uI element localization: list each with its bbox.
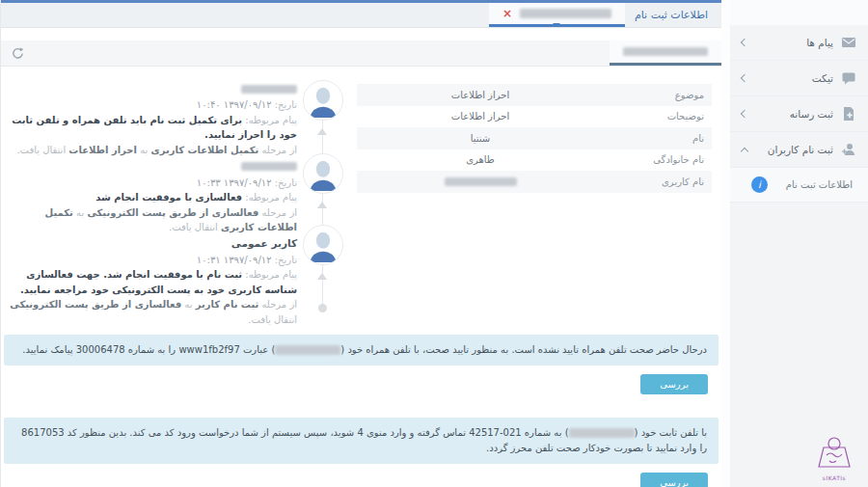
message-body: پیام مربوطه: ثبت نام با موفقیت انجام شد.… [7, 267, 297, 297]
notification-mobile-verify: درحال حاضر صحت تلفن همراه تایید نشده است… [4, 335, 719, 365]
table-row: نام شنتیا [357, 127, 712, 149]
sidebar-header-space [730, 0, 868, 25]
timeline-message: تاریخ: ۱۳۹۷/۰۹/۱۲ ۱۰:۳۳ پیام مربوطه: فعا… [7, 157, 297, 234]
tab-bar: اطلاعات ثبت نام × [1, 3, 721, 28]
sidebar-empty-space [730, 203, 868, 436]
info-badge: i [751, 176, 768, 193]
close-icon[interactable]: × [502, 8, 512, 19]
sidebar-item-label: تیکت [747, 72, 833, 84]
detail-value: احراز اطلاعات [357, 111, 604, 122]
avatar [303, 225, 343, 265]
arrow-up-icon [317, 273, 327, 280]
message-date-line: تاریخ: ۱۳۹۷/۰۹/۱۲ ۱۰:۳۳ [7, 176, 297, 191]
avatar [303, 80, 343, 121]
detail-label: موضوع [604, 90, 712, 100]
detail-value [357, 176, 604, 187]
sidebar-subitem-label: اطلاعات ثبت نام [768, 179, 853, 190]
message-author [7, 80, 297, 95]
message-body: پیام مربوطه: برای تکمیل ثبت نام باید تلف… [7, 113, 297, 143]
content-area: اطلاعات ثبت نام × [0, 0, 721, 487]
timeline-rail [301, 80, 343, 321]
timeline-end-dot [318, 304, 327, 312]
header-gap [1, 28, 721, 41]
redacted-mobile-number [275, 345, 340, 355]
detail-value: طاهری [357, 154, 604, 165]
avatar [303, 153, 343, 194]
registration-details-table: موضوع احراز اطلاعات توضیحات احراز اطلاعا… [353, 76, 721, 335]
brand-watermark: sIKATIs [812, 436, 856, 481]
sidebar-item-messages[interactable]: پیام ها [730, 25, 868, 61]
table-row: موضوع احراز اطلاعات [357, 84, 712, 106]
mobile-verify-actions: بررسی [1, 365, 721, 401]
content-sidebar-gutter [721, 0, 730, 487]
history-timeline: تاریخ: ۱۳۹۷/۰۹/۱۲ ۱۰:۴۰ پیام مربوطه: برا… [1, 76, 353, 335]
message-body: پیام مربوطه: فعالسازی با موفقیت انجام شد [7, 190, 297, 205]
section-gap [1, 401, 721, 418]
envelope-icon [841, 35, 856, 50]
message-author [7, 157, 297, 173]
record-tab-active[interactable]: × [489, 3, 625, 27]
check-mobile-button[interactable]: بررسی [640, 374, 708, 394]
message-date-line: تاریخ: ۱۳۹۷/۰۹/۱۲ ۱۰:۴۰ [7, 97, 297, 113]
notification-landline-verify: با تلفن ثابت خود () به شماره 021-42517 ت… [4, 418, 719, 464]
media-register-icon [841, 106, 856, 122]
message-stage-line: از مرحله ثبت نام کاربر به فعالسازی از طر… [7, 297, 297, 327]
sidebar-item-label: پیام ها [747, 37, 833, 48]
redacted-subtab-label [623, 47, 708, 56]
main-panel: موضوع احراز اطلاعات توضیحات احراز اطلاعا… [1, 67, 721, 487]
detail-value: شنتیا [357, 133, 604, 144]
redacted-author-name [241, 162, 297, 171]
redacted-tab-label [520, 9, 611, 18]
record-subtab-active[interactable] [610, 41, 721, 66]
app-window: پیام ها تیکت ثبت رسانه [0, 0, 868, 487]
message-date-line: تاریخ: ۱۳۹۷/۰۹/۱۲ ۱۰:۳۱ [7, 253, 297, 268]
redacted-username [445, 177, 517, 186]
notification-text: درحال حاضر صحت تلفن همراه تایید نشده است… [340, 344, 707, 355]
table-row: نام خانوادگی طاهری [357, 149, 712, 172]
sidebar-subitem-registration-info[interactable]: اطلاعات ثبت نام i [730, 168, 868, 203]
timeline-message: تاریخ: ۱۳۹۷/۰۹/۱۲ ۱۰:۴۰ پیام مربوطه: برا… [7, 80, 297, 157]
record-overview: موضوع احراز اطلاعات توضیحات احراز اطلاعا… [1, 76, 721, 335]
sidebar-item-label: ثبت نام کاربران [747, 144, 833, 155]
timeline-message: کاربر عمومی تاریخ: ۱۳۹۷/۰۹/۱۲ ۱۰:۳۱ پیام… [7, 235, 297, 328]
redacted-landline-number [569, 428, 635, 438]
message-stage-line: از مرحله فعالسازی از طریق پست الکترونیکی… [7, 205, 297, 235]
arrow-up-icon [317, 128, 327, 135]
chat-icon [841, 70, 856, 86]
brand-watermark-logo [814, 436, 854, 471]
page-title: اطلاعات ثبت نام [625, 3, 718, 27]
detail-label: نام [604, 133, 712, 144]
record-toolbar [1, 41, 721, 67]
refresh-button[interactable] [1, 41, 34, 66]
user-plus-icon [841, 142, 856, 157]
toolbar-spacer [34, 41, 610, 66]
arrow-up-icon [317, 202, 327, 208]
detail-label: توضیحات [604, 111, 712, 122]
detail-value: احراز اطلاعات [357, 90, 604, 100]
redacted-author-name [241, 85, 297, 94]
notification-text: ) عبارت www1fb2f97 را به شماره 30006478 … [22, 344, 275, 355]
sidebar-item-label: ثبت رسانه [747, 108, 833, 120]
sidebar-item-user-registration[interactable]: ثبت نام کاربران [730, 132, 868, 168]
sidebar: پیام ها تیکت ثبت رسانه [730, 0, 868, 487]
detail-label: نام کاربری [604, 176, 712, 187]
sidebar-item-ticket[interactable]: تیکت [730, 61, 868, 96]
detail-label: نام خانوادگی [604, 154, 712, 165]
refresh-icon [11, 46, 25, 61]
message-author: کاربر عمومی [7, 235, 297, 251]
check-landline-button[interactable]: بررسی [640, 473, 708, 487]
table-row: توضیحات احراز اطلاعات [357, 106, 712, 128]
table-row: نام کاربری [357, 171, 712, 193]
notification-text: با تلفن ثابت خود ( [635, 427, 707, 438]
message-stage-line: از مرحله تکمیل اطلاعات کاربری به احراز ا… [7, 143, 297, 158]
brand-watermark-text: sIKATIs [812, 474, 856, 481]
sidebar-item-media-register[interactable]: ثبت رسانه [730, 96, 868, 132]
active-tab-pointer-icon [553, 23, 560, 27]
landline-verify-actions: بررسی [1, 464, 721, 487]
